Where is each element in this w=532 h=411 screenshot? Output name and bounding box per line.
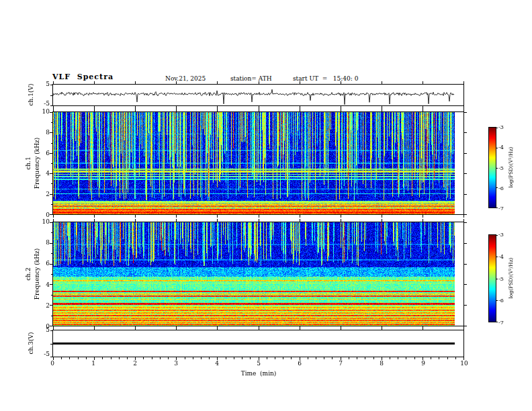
cb1-tick: -7 (498, 205, 511, 212)
x-axis-label: Time (min) (225, 370, 292, 377)
tick-mark (349, 357, 349, 359)
tick-mark (382, 109, 382, 111)
tick-mark (50, 112, 52, 113)
tick-mark (51, 232, 52, 233)
tick-mark (463, 109, 464, 111)
tick-mark (341, 109, 341, 111)
tick-mark (300, 327, 300, 330)
tick-mark (86, 357, 87, 359)
cb2-tick: -7 (498, 320, 511, 326)
tick-mark (135, 215, 136, 218)
spec1-ytick: 10 (38, 108, 50, 116)
tick-mark (176, 219, 177, 222)
tick-mark (50, 243, 52, 244)
x-tick: 5 (251, 360, 267, 367)
tick-mark (135, 81, 136, 84)
tick-mark (390, 357, 390, 359)
tick-mark (53, 109, 54, 111)
tick-mark (185, 357, 185, 359)
station-label: station= ATH (230, 75, 272, 83)
ch1-wave-ylabel: ch.1(V) (28, 84, 35, 106)
tick-mark (259, 215, 259, 218)
tick-mark (78, 357, 79, 359)
tick-mark (209, 357, 210, 359)
tick-mark (51, 274, 52, 275)
tick-mark (50, 326, 52, 326)
tick-mark (341, 81, 341, 84)
spec2-ylabel: Frequency (kHz) (34, 248, 41, 300)
tick-mark (464, 194, 467, 195)
tick-mark (464, 214, 467, 215)
tick-mark (423, 81, 423, 84)
tick-mark (94, 81, 95, 84)
tick-mark (398, 357, 398, 359)
tick-mark (464, 243, 467, 244)
x-tick: 10 (456, 360, 472, 367)
spec1-ytick: 8 (38, 129, 50, 136)
tick-mark (496, 235, 498, 236)
tick-mark (414, 357, 415, 359)
x-tick: 8 (373, 360, 390, 367)
tick-mark (152, 357, 152, 359)
colorbar-ch2-canvas (489, 235, 496, 322)
tick-mark (50, 305, 52, 306)
spec2-ytick: 2 (38, 302, 50, 310)
tick-mark (300, 81, 300, 84)
tick-mark (193, 357, 193, 359)
tick-mark (496, 148, 498, 148)
tick-mark (455, 357, 456, 359)
tick-mark (300, 215, 300, 218)
tick-mark (423, 109, 423, 111)
tick-mark (51, 295, 52, 295)
tick-mark (226, 357, 226, 359)
tick-mark (51, 253, 52, 254)
tick-mark (69, 357, 70, 359)
spec2-ytick: 10 (38, 218, 50, 226)
tick-mark (373, 357, 374, 359)
tick-mark (259, 109, 259, 111)
tick-mark (267, 357, 267, 359)
tick-mark (135, 109, 136, 111)
ch1-waveform-canvas (53, 85, 463, 105)
colorbar-ch1 (488, 127, 496, 208)
tick-mark (496, 168, 498, 169)
x-tick: 2 (127, 360, 143, 367)
ch2-spectrogram-canvas (53, 222, 463, 326)
tick-mark (201, 357, 202, 359)
tick-mark (176, 327, 177, 330)
tick-mark (382, 81, 382, 84)
tick-mark (365, 357, 365, 359)
tick-mark (102, 357, 103, 359)
tick-mark (464, 132, 467, 133)
tick-mark (464, 112, 467, 113)
tick-mark (61, 357, 62, 359)
x-tick: 3 (168, 360, 184, 367)
spec2-ytick: 8 (38, 239, 50, 246)
tick-mark (431, 357, 431, 359)
tick-mark (341, 215, 341, 218)
tick-mark (300, 109, 300, 111)
tick-mark (275, 357, 275, 359)
tick-mark (300, 219, 300, 222)
tick-mark (160, 357, 161, 359)
tick-mark (217, 219, 218, 222)
tick-mark (464, 222, 467, 223)
tick-mark (119, 357, 120, 359)
tick-mark (250, 357, 251, 359)
tick-mark (217, 109, 218, 111)
tick-mark (406, 357, 406, 359)
tick-mark (439, 357, 439, 359)
tick-mark (176, 109, 177, 111)
tick-mark (308, 357, 308, 359)
ch1-spectrogram-canvas (53, 112, 463, 214)
tick-mark (51, 204, 52, 205)
tick-mark (496, 279, 498, 279)
ch3-waveform-canvas (53, 330, 463, 357)
tick-mark (463, 327, 464, 330)
tick-mark (50, 194, 52, 195)
ch2-spectrogram-panel (52, 222, 464, 326)
tick-mark (217, 81, 218, 84)
tick-mark (168, 357, 169, 359)
tick-mark (50, 105, 52, 106)
tick-mark (94, 219, 95, 222)
